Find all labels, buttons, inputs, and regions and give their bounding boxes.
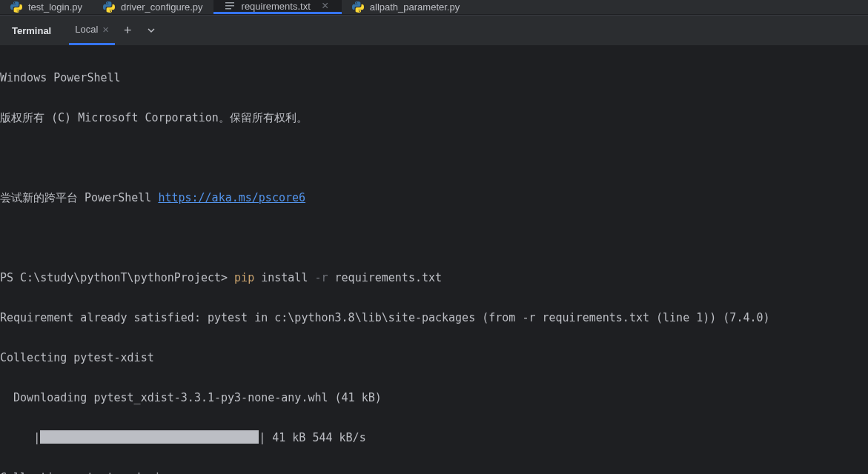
tab-test-login[interactable]: test_login.py xyxy=(0,0,93,14)
terminal-line: Requirement already satisfied: pytest in… xyxy=(0,308,868,328)
terminal-line: 尝试新的跨平台 PowerShell https://aka.ms/pscore… xyxy=(0,188,868,208)
tab-driver-configure[interactable]: driver_configure.py xyxy=(93,0,213,14)
terminal-line: Windows PowerShell xyxy=(0,68,868,88)
terminal-line: || 41 kB 544 kB/s xyxy=(0,428,868,448)
terminal-line: Collecting pytest-ordering xyxy=(0,468,868,474)
text-file-icon xyxy=(224,0,236,12)
terminal-line: Collecting pytest-xdist xyxy=(0,348,868,368)
editor-tabs-bar: test_login.py driver_configure.py requir… xyxy=(0,0,868,15)
tab-label: driver_configure.py xyxy=(121,1,203,13)
python-icon xyxy=(103,1,115,13)
close-icon[interactable]: × xyxy=(319,0,331,12)
tab-label: allpath_parameter.py xyxy=(370,1,460,13)
pscore-link[interactable]: https://aka.ms/pscore6 xyxy=(158,191,305,204)
terminal-line xyxy=(0,148,868,168)
tab-label: test_login.py xyxy=(28,1,82,13)
python-icon xyxy=(352,1,364,13)
terminal-tabs: Terminal Local × + xyxy=(0,16,868,45)
terminal-session-tab[interactable]: Local × xyxy=(69,16,115,45)
terminal-output[interactable]: Windows PowerShell 版权所有 (C) Microsoft Co… xyxy=(0,45,868,474)
svg-rect-2 xyxy=(225,8,231,10)
terminal-session-label: Local xyxy=(75,24,98,35)
svg-rect-0 xyxy=(225,2,234,4)
python-icon xyxy=(10,1,22,13)
terminal-line: Downloading pytest_xdist-3.3.1-py3-none-… xyxy=(0,388,868,408)
svg-rect-1 xyxy=(225,5,234,7)
new-terminal-button[interactable]: + xyxy=(118,23,138,39)
terminal-panel: Terminal Local × + Windows PowerShell 版权… xyxy=(0,15,868,474)
tab-allpath-parameter[interactable]: allpath_parameter.py xyxy=(342,0,470,14)
terminal-line: 版权所有 (C) Microsoft Corporation。保留所有权利。 xyxy=(0,108,868,128)
progress-bar xyxy=(40,430,259,444)
close-icon[interactable]: × xyxy=(102,23,109,36)
terminal-dropdown-button[interactable] xyxy=(141,23,162,39)
tab-label: requirements.txt xyxy=(242,1,311,12)
terminal-title[interactable]: Terminal xyxy=(6,25,57,36)
tab-requirements[interactable]: requirements.txt × xyxy=(213,0,342,14)
terminal-line: PS C:\study\pythonT\pythonProject> pip i… xyxy=(0,268,868,288)
terminal-line xyxy=(0,228,868,248)
